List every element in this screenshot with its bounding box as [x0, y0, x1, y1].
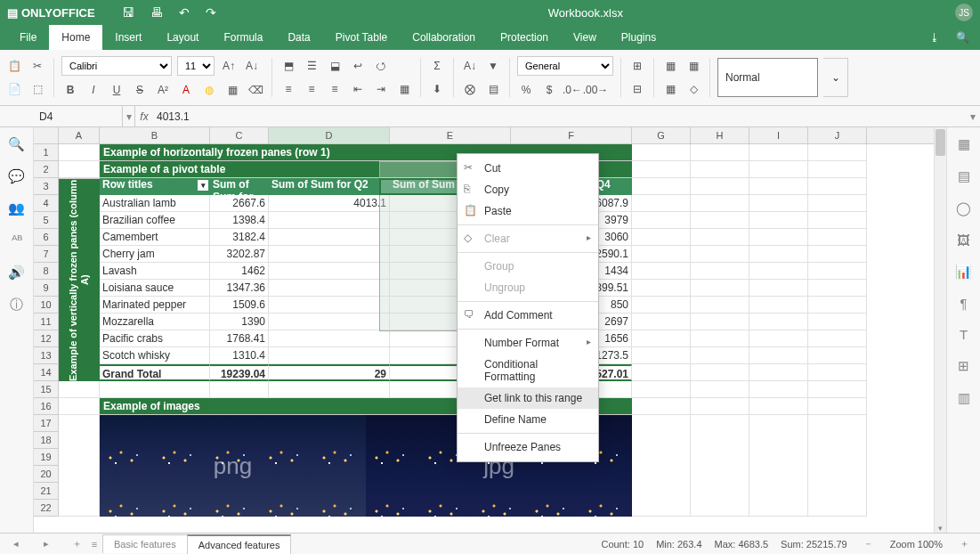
filter-dropdown-icon[interactable]: ▾	[198, 180, 208, 191]
pivot-cell[interactable]	[269, 330, 390, 347]
cond-format-icon[interactable]: ▦	[661, 57, 679, 75]
tab-layout[interactable]: Layout	[154, 25, 211, 50]
pivot-cell[interactable]: 1347.36	[210, 280, 269, 297]
chat-icon[interactable]: 👥	[8, 200, 25, 216]
column-header[interactable]: C	[210, 127, 269, 143]
redo-icon[interactable]: ↷	[206, 5, 216, 20]
menu-get-link[interactable]: Get link to this range	[458, 387, 598, 409]
user-avatar[interactable]: JS	[955, 4, 973, 21]
name-box[interactable]: D4	[34, 106, 123, 126]
sheet-tab-advanced[interactable]: Advanced features	[187, 534, 292, 554]
row-header[interactable]: 13	[34, 347, 59, 364]
slicer-icon[interactable]: ▤	[484, 80, 502, 98]
insert-cells-icon[interactable]: ⊞	[628, 57, 646, 75]
menu-clear[interactable]: ◇Clear▸	[458, 228, 598, 249]
column-header[interactable]: F	[511, 127, 632, 143]
orientation-icon[interactable]: ⭯	[372, 57, 390, 75]
borders-icon[interactable]: ▦	[223, 81, 241, 99]
menu-copy[interactable]: ⎘Copy	[458, 179, 598, 200]
bold-icon[interactable]: B	[61, 81, 79, 99]
menu-cut[interactable]: ✂Cut	[458, 158, 598, 179]
pivot-cell[interactable]: 3202.87	[210, 246, 269, 263]
row-header[interactable]: 6	[34, 229, 59, 246]
column-header[interactable]: A	[59, 127, 100, 143]
fx-icon[interactable]: fx	[135, 110, 153, 123]
pivot-header[interactable]: Sum of Sum for Q1	[210, 178, 269, 195]
percent-icon[interactable]: %	[517, 81, 535, 99]
sup-sub-icon[interactable]: A²	[154, 81, 172, 99]
file-menu[interactable]: File	[7, 25, 49, 50]
align-left-icon[interactable]: ≡	[279, 80, 297, 98]
print-icon[interactable]: 🖶	[150, 5, 163, 20]
font-family-select[interactable]: Calibri	[61, 56, 172, 76]
clear-format-icon[interactable]: ⌫	[247, 81, 264, 99]
menu-ungroup[interactable]: Ungroup	[458, 277, 598, 298]
font-size-select[interactable]: 11	[177, 56, 215, 76]
find-icon[interactable]: 🔍	[8, 136, 25, 152]
save-icon[interactable]: 🖫	[122, 5, 134, 20]
pivot-header[interactable]: Row titles▾	[100, 178, 210, 195]
align-middle-icon[interactable]: ☰	[303, 57, 320, 75]
pivot-row-label[interactable]: Australian lamb	[100, 195, 210, 212]
pivot-cell[interactable]	[269, 212, 390, 229]
pivot-row-label[interactable]: Brazilian coffee	[100, 212, 210, 229]
search-icon[interactable]: 🔍	[956, 31, 969, 44]
pivot-cell[interactable]: 1462	[210, 263, 269, 280]
row-header[interactable]: 11	[34, 314, 59, 330]
grow-font-icon[interactable]: A↑	[220, 57, 238, 75]
tab-protection[interactable]: Protection	[488, 25, 561, 50]
paragraph-settings-icon[interactable]: ¶	[960, 296, 967, 311]
fill-down-icon[interactable]: ⬇	[428, 80, 446, 98]
menu-conditional-formatting[interactable]: Conditional Formatting	[458, 354, 598, 387]
open-location-icon[interactable]: ⭳	[929, 31, 940, 44]
tab-formula[interactable]: Formula	[211, 25, 275, 50]
copy-icon[interactable]: 📋	[5, 57, 23, 75]
tab-collaboration[interactable]: Collaboration	[400, 25, 488, 50]
pivot-total-cell[interactable]: 29	[269, 364, 390, 381]
cell-style-box[interactable]: Normal	[717, 58, 818, 97]
row-header[interactable]: 16	[34, 398, 59, 415]
menu-number-format[interactable]: Number Format▸	[458, 332, 598, 354]
vertical-scrollbar[interactable]: ▴▾	[934, 127, 946, 533]
autosum-icon[interactable]: Σ	[428, 57, 446, 75]
tab-plugins[interactable]: Plugins	[609, 25, 668, 50]
row-header[interactable]: 9	[34, 280, 59, 297]
merge-icon[interactable]: ▦	[395, 80, 413, 98]
row-header[interactable]: 17	[34, 415, 59, 432]
image-settings-icon[interactable]: 🖼	[957, 232, 970, 248]
row-header[interactable]: 2	[34, 161, 59, 178]
column-header[interactable]: H	[691, 127, 749, 143]
select-all-corner[interactable]	[34, 127, 59, 143]
row-header[interactable]: 7	[34, 246, 59, 263]
row-header[interactable]: 21	[34, 483, 59, 500]
column-header[interactable]: I	[749, 127, 808, 143]
pivot-cell[interactable]: 1390	[210, 314, 269, 330]
zoom-out-button[interactable]: －	[860, 537, 878, 550]
number-format-select[interactable]: General	[517, 56, 613, 76]
pivot-cell[interactable]: 1509.6	[210, 297, 269, 314]
tab-home[interactable]: Home	[49, 25, 102, 50]
pivot-header[interactable]: Sum of Sum for Q2	[269, 178, 390, 195]
row-header[interactable]: 3	[34, 178, 59, 195]
pivot-cell[interactable]	[269, 280, 390, 297]
cut-icon[interactable]: ✂	[28, 57, 46, 75]
pivot-total-label[interactable]: Grand Total	[100, 364, 210, 381]
align-bottom-icon[interactable]: ⬓	[326, 57, 344, 75]
pivot-total-cell[interactable]: 19239.04	[210, 364, 269, 381]
pivot-row-label[interactable]: Lavash	[100, 263, 210, 280]
pivot-row-label[interactable]: Cherry jam	[100, 246, 210, 263]
pivot-cell[interactable]	[269, 314, 390, 330]
pivot-cell[interactable]	[269, 263, 390, 280]
pivot-cell[interactable]: 2667.6	[210, 195, 269, 212]
spreadsheet-grid[interactable]: ABCDEFGHIJ 1Example of horizontally froz…	[34, 127, 946, 533]
pivot-settings-icon[interactable]: ⊞	[958, 358, 969, 374]
pivot-cell[interactable]: 3182.4	[210, 229, 269, 246]
cell-style-dropdown[interactable]: ⌄	[823, 58, 848, 97]
feedback-icon[interactable]: 🔊	[8, 265, 25, 281]
pivot-row-label[interactable]: Camembert	[100, 229, 210, 246]
pivot-row-label[interactable]: Scotch whisky	[100, 347, 210, 364]
tab-pivot-table[interactable]: Pivot Table	[323, 25, 400, 50]
pivot-row-label[interactable]: Mozzarella	[100, 314, 210, 330]
tab-insert[interactable]: Insert	[102, 25, 154, 50]
pivot-row-label[interactable]: Loisiana sauce	[100, 280, 210, 297]
